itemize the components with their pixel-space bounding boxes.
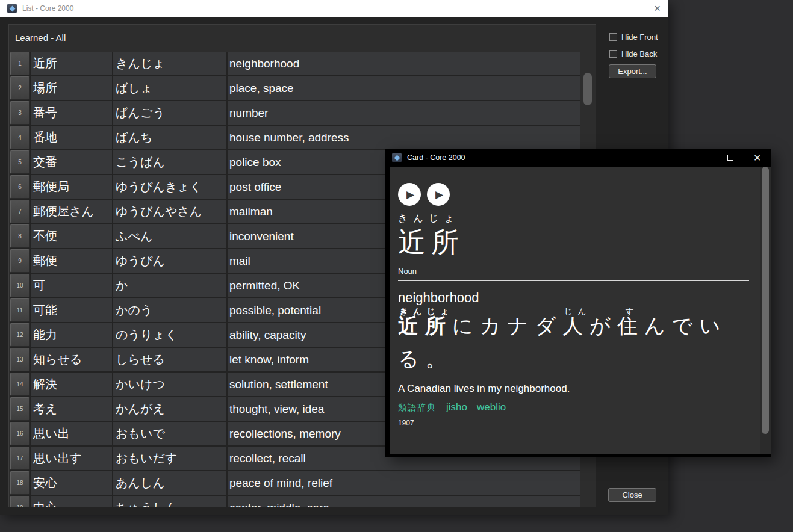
kanji-cell[interactable]: 郵便 [31,249,112,273]
table-row[interactable]: 1近所きんじょneighborhood [10,52,580,75]
row-number-cell[interactable]: 8 [10,224,30,248]
table-row[interactable]: 3番号ばんごうnumber [10,101,580,125]
kanji-cell[interactable]: 思い出 [31,422,112,445]
kanji-cell[interactable]: 不便 [31,224,112,248]
meaning-cell[interactable]: house number, address [228,126,580,149]
table-row[interactable]: 18安心あんしんpeace of mind, relief [10,471,580,495]
close-button[interactable]: Close [608,488,656,502]
kanji-cell[interactable]: 可能 [31,298,112,322]
kanji-cell[interactable]: 解決 [31,373,112,396]
card-window-title: Card - Core 2000 [407,153,465,162]
kana-cell[interactable]: ゆうびん [113,249,226,273]
kanji-cell[interactable]: 番地 [31,126,112,149]
kanji-cell[interactable]: 番号 [31,101,112,125]
kana-cell[interactable]: おもいで [113,422,226,445]
card-window-titlebar[interactable]: Card - Core 2000 — × [385,149,771,167]
meaning-cell[interactable]: place, space [228,76,580,100]
row-number-cell[interactable]: 19 [10,496,30,507]
close-icon[interactable]: × [654,0,661,17]
meaning: neighborhood [398,290,760,306]
hide-front-option[interactable]: Hide Front [609,32,658,42]
kanji-cell[interactable]: 能力 [31,323,112,347]
close-icon[interactable]: × [744,149,771,167]
table-row[interactable]: 2場所ばしょplace, space [10,76,580,100]
kana-cell[interactable]: きんじょ [113,52,226,75]
kanji-cell[interactable]: 考え [31,397,112,421]
kanji-cell[interactable]: 近所 [31,52,112,75]
hide-front-checkbox[interactable] [609,33,617,41]
row-number-cell[interactable]: 15 [10,397,30,421]
kanji-cell[interactable]: 中心 [31,496,112,507]
row-number-cell[interactable]: 7 [10,200,30,223]
kana-cell[interactable]: おもいだす [113,447,226,470]
dict-link-ruigo-jiten[interactable]: 類語辞典 [398,403,437,413]
meaning-cell[interactable]: peace of mind, relief [228,471,580,495]
list-scrollbar-thumb[interactable] [583,73,592,105]
kana-cell[interactable]: かんがえ [113,397,226,421]
row-number-cell[interactable]: 18 [10,471,30,495]
kanji-cell[interactable]: 知らせる [31,348,112,371]
divider [398,280,749,281]
row-number-cell[interactable]: 13 [10,348,30,371]
kanji-cell[interactable]: 郵便局 [31,175,112,199]
row-number-cell[interactable]: 11 [10,298,30,322]
row-number-cell[interactable]: 12 [10,323,30,347]
row-number-cell[interactable]: 9 [10,249,30,273]
kana-cell[interactable]: ちゅうしん [113,496,226,507]
kana-cell[interactable]: ばんごう [113,101,226,125]
kana-cell[interactable]: ばんち [113,126,226,149]
kana-cell[interactable]: ゆうびんやさん [113,200,226,223]
row-number-cell[interactable]: 16 [10,422,30,445]
row-number-cell[interactable]: 3 [10,101,30,125]
kana-cell[interactable]: ばしょ [113,76,226,100]
kana-cell[interactable]: か [113,274,226,297]
kana-cell[interactable]: あんしん [113,471,226,495]
minimize-icon[interactable]: — [689,149,717,167]
row-number-cell[interactable]: 5 [10,150,30,174]
hide-back-checkbox[interactable] [609,50,617,58]
row-number-cell[interactable]: 2 [10,76,30,100]
kana-cell[interactable]: ふべん [113,224,226,248]
kana-cell[interactable]: かのう [113,298,226,322]
kana-cell[interactable]: かいけつ [113,373,226,396]
meaning-cell[interactable]: neighborhood [228,52,580,75]
kanji-cell[interactable]: 可 [31,274,112,297]
kana-cell[interactable]: のうりょく [113,323,226,347]
kanji-cell[interactable]: 郵便屋さん [31,200,112,223]
row-number-cell[interactable]: 10 [10,274,30,297]
sentence-translation: A Canadian lives in my neighborhood. [398,383,760,395]
row-number-cell[interactable]: 1 [10,52,30,75]
maximize-icon[interactable] [717,149,744,167]
play-icon: ▶ [406,188,414,201]
hide-front-label: Hide Front [621,32,658,42]
kanji-cell[interactable]: 思い出す [31,447,112,470]
play-audio-sentence-button[interactable]: ▶ [427,183,450,206]
kana-cell[interactable]: こうばん [113,150,226,174]
play-audio-word-button[interactable]: ▶ [398,183,421,206]
row-number-cell[interactable]: 4 [10,126,30,149]
card-number: 1907 [398,419,760,427]
dict-link-weblio[interactable]: weblio [477,401,506,413]
row-number-cell[interactable]: 17 [10,447,30,470]
hide-back-label: Hide Back [621,49,657,58]
table-row[interactable]: 4番地ばんちhouse number, address [10,126,580,149]
row-number-cell[interactable]: 6 [10,175,30,199]
app-icon [392,153,402,162]
list-window-titlebar[interactable]: List - Core 2000 × [0,0,668,17]
hide-back-option[interactable]: Hide Back [609,49,657,58]
kanji-cell[interactable]: 安心 [31,471,112,495]
list-window-title: List - Core 2000 [22,4,73,13]
kana-cell[interactable]: しらせる [113,348,226,371]
kanji-cell[interactable]: 場所 [31,76,112,100]
dict-link-jisho[interactable]: jisho [446,401,467,413]
export-button[interactable]: Export... [609,64,656,78]
sentence-segment: 近所きんじょ [398,314,452,338]
table-row[interactable]: 19中心ちゅうしんcenter, middle, core [10,496,580,507]
card-scrollbar[interactable] [760,167,771,454]
meaning-cell[interactable]: center, middle, core [228,496,580,507]
card-scrollbar-thumb[interactable] [762,167,769,434]
kanji-cell[interactable]: 交番 [31,150,112,174]
meaning-cell[interactable]: number [228,101,580,125]
row-number-cell[interactable]: 14 [10,373,30,396]
kana-cell[interactable]: ゆうびんきょく [113,175,226,199]
